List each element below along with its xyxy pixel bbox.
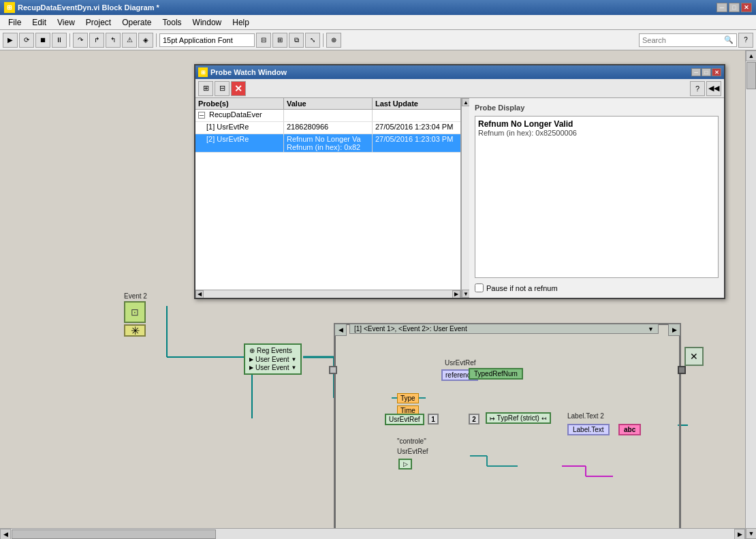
sep1 (69, 33, 70, 47)
abort-button[interactable]: ⏹ (35, 33, 50, 48)
probe-cell-probe: [1] UsrEvtRe (195, 122, 284, 134)
step-into-button[interactable]: ↱ (89, 33, 104, 48)
toolbar: ▶ ⟳ ⏹ ⏸ ↷ ↱ ↰ ⚠ ◈ 15pt Application Font … (0, 30, 756, 50)
event2-label: Event 2 (124, 292, 147, 300)
menu-project[interactable]: Project (80, 16, 116, 29)
hscroll-left[interactable]: ◀ (195, 290, 204, 298)
pause-button[interactable]: ⏸ (52, 33, 67, 48)
probe-cell-update (373, 110, 460, 121)
probe-delete-button[interactable]: ✕ (231, 81, 246, 96)
probe-add-button[interactable]: ⊞ (198, 81, 213, 96)
probe-maximize[interactable]: □ (702, 68, 711, 76)
menu-help[interactable]: Help (227, 16, 255, 29)
node-1[interactable]: 1 (428, 414, 439, 425)
event-scroll-right[interactable] (678, 366, 686, 374)
probe-display-title: Probe Display (475, 104, 719, 112)
retain-button[interactable]: ◈ (138, 33, 153, 48)
search-input[interactable] (642, 36, 724, 44)
step-over-button[interactable]: ↷ (73, 33, 88, 48)
typedrefnum-box[interactable]: TypedRefNum (469, 368, 523, 380)
event-scroll-left[interactable] (329, 366, 337, 374)
event-next-button[interactable]: ▶ (668, 324, 680, 336)
app-icon: ⊞ (4, 2, 15, 13)
expand-icon[interactable]: ─ (198, 112, 205, 119)
menu-bar: File Edit View Project Operate Tools Win… (0, 15, 756, 30)
probe-help-button[interactable]: ? (690, 81, 705, 96)
probe-close[interactable]: ✕ (712, 68, 721, 76)
menu-view[interactable]: View (52, 16, 80, 29)
event-tab-arrow[interactable]: ▼ (648, 326, 654, 333)
menu-operate[interactable]: Operate (116, 16, 157, 29)
menu-file[interactable]: File (3, 16, 27, 29)
title-controls: ─ □ ✕ (716, 3, 752, 12)
main-hscroll-left[interactable]: ◀ (0, 529, 11, 540)
probe-table-header: Probe(s) Value Last Update (195, 98, 460, 110)
step-out-button[interactable]: ↰ (106, 33, 121, 48)
event-tab-header: [1] <Event 1>, <Event 2>: User Event ▼ (349, 324, 659, 334)
distribute-button[interactable]: ⊞ (272, 33, 287, 48)
font-selector[interactable]: 15pt Application Font (159, 33, 255, 47)
main-vscroll-thumb[interactable] (746, 62, 756, 89)
probe-collapse-panel[interactable]: ◀◀ (706, 81, 721, 96)
main-hscroll-thumb[interactable] (12, 529, 216, 539)
probe-display-main-label: Refnum No Longer Valid (478, 119, 715, 129)
table-row-selected[interactable]: [2] UsrEvtRe Refnum No Longer Va Refnum … (195, 134, 460, 153)
usrevtref3-node[interactable]: ▷ (398, 459, 412, 469)
main-vscroll-up[interactable]: ▲ (746, 50, 756, 61)
menu-window[interactable]: Window (187, 16, 227, 29)
probe-col-update-header: Last Update (373, 98, 460, 109)
probe-cell-probe: [2] UsrEvtRe (195, 134, 284, 152)
event2-node[interactable]: ⊡ (124, 301, 146, 323)
align-button[interactable]: ⊟ (256, 33, 271, 48)
probe-cell-probe: ─ RecupDataEver (195, 110, 284, 121)
minimize-button[interactable]: ─ (716, 3, 727, 12)
reorder-button[interactable]: ⧉ (289, 33, 304, 48)
event-structure: ◀ [1] <Event 1>, <Event 2>: User Event ▼… (334, 323, 681, 539)
probe-table-area: Probe(s) Value Last Update ─ RecupDataEv… (195, 98, 461, 298)
abc-box[interactable]: abc (618, 424, 641, 435)
probe-toolbar-right: ? ◀◀ (690, 81, 721, 96)
unregister-node[interactable]: ✕ (684, 347, 704, 366)
typref-box[interactable]: ↦ TypRef (strict) ↤ (486, 412, 551, 424)
run-button[interactable]: ▶ (3, 33, 18, 48)
probe-minimize[interactable]: ─ (691, 68, 701, 76)
menu-tools[interactable]: Tools (157, 16, 187, 29)
node-2[interactable]: 2 (469, 414, 479, 425)
event2-star[interactable]: ✳ (124, 324, 146, 337)
probe-display-value: Refnum (in hex): 0x82500006 (478, 129, 715, 137)
warn-button[interactable]: ⚠ (122, 33, 137, 48)
reg-events-node[interactable]: ⊕ Reg Events ▶ User Event ▼ ▶ User Event… (244, 343, 302, 375)
clean-button[interactable]: ⊕ (326, 33, 341, 48)
probe-table-hscroll[interactable]: ◀ ▶ (195, 290, 460, 298)
main-vscroll-down[interactable]: ▼ (746, 528, 756, 539)
table-row[interactable]: [1] UsrEvtRe 2186280966 27/05/2016 1:23:… (195, 122, 460, 134)
close-button[interactable]: ✕ (741, 3, 752, 12)
title-bar: ⊞ RecupDataEventDyn.vi Block Diagram * ─… (0, 0, 756, 15)
probe-toolbar-left: ⊞ ⊟ ✕ (198, 81, 246, 96)
hscroll-right[interactable]: ▶ (452, 290, 460, 298)
pause-checkbox[interactable] (475, 283, 484, 292)
usrevtref2-label: UsrEvtRef (385, 414, 424, 425)
main-hscroll-right[interactable]: ▶ (734, 529, 745, 540)
menu-edit[interactable]: Edit (27, 16, 52, 29)
resize-button[interactable]: ⤡ (305, 33, 320, 48)
search-box[interactable]: 🔍 (639, 33, 737, 47)
probe-toolbar: ⊞ ⊟ ✕ ? ◀◀ (195, 79, 724, 98)
probe-vscroll[interactable]: ▲ ▼ (461, 98, 469, 298)
label-text2-display: Label.Text 2 (567, 412, 604, 420)
event-prev-button[interactable]: ◀ (334, 324, 347, 336)
label-text-box[interactable]: Label.Text (567, 424, 610, 435)
window-title: RecupDataEventDyn.vi Block Diagram * (18, 3, 159, 12)
font-selector-value: 15pt Application Font (163, 36, 233, 44)
probe-collapse-button[interactable]: ⊟ (215, 81, 230, 96)
help-button[interactable]: ? (738, 33, 753, 48)
main-scrollbar[interactable]: ▲ ▼ (745, 50, 756, 539)
pause-label: Pause if not a refnum (486, 284, 558, 292)
controle-label: "controle" (397, 437, 426, 445)
table-row[interactable]: ─ RecupDataEver (195, 110, 460, 122)
run-continuous-button[interactable]: ⟳ (19, 33, 34, 48)
maximize-button[interactable]: □ (729, 3, 740, 12)
probe-table-body: ─ RecupDataEver [1] UsrEvtRe 2186280966 … (195, 110, 460, 290)
bottom-scrollbar[interactable]: ◀ ▶ (0, 528, 745, 539)
usrevtref3-label: UsrEvtRef (397, 448, 428, 455)
